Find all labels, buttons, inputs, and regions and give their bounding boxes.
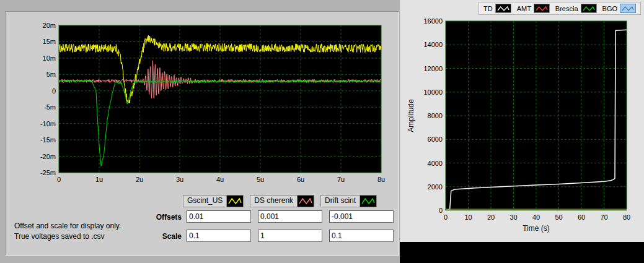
legend-item-ds-cherenk[interactable]: DS cherenk <box>250 195 314 207</box>
svg-text:6u: 6u <box>297 176 304 183</box>
svg-text:6000: 6000 <box>428 136 443 143</box>
svg-text:5u: 5u <box>257 176 264 183</box>
scale-input-2[interactable] <box>329 230 394 242</box>
svg-text:2000: 2000 <box>428 183 443 191</box>
waveform-panel: -25m-20m-15m-10m-5m05m10m15m20m01u2u3u4u… <box>5 11 399 256</box>
waveform-color-icon <box>359 196 376 207</box>
history-legend-item-bgo[interactable]: BGO <box>601 4 638 13</box>
offset-input-1[interactable] <box>258 210 322 223</box>
legend-item-label: Drift scint <box>321 196 359 207</box>
bottom-spacer <box>400 242 644 263</box>
svg-text:8000: 8000 <box>428 112 443 119</box>
svg-text:7u: 7u <box>337 176 345 183</box>
svg-text:40: 40 <box>532 213 540 221</box>
history-legend-label: TD <box>483 5 493 12</box>
svg-text:4000: 4000 <box>428 160 443 167</box>
svg-text:0: 0 <box>52 87 56 95</box>
svg-text:50: 50 <box>555 213 562 221</box>
svg-text:-20m: -20m <box>40 153 56 160</box>
note-line-1: Offset and scale for display only. <box>14 221 121 231</box>
plot-color-icon <box>620 4 636 13</box>
history-chart: 0200040006000800010000120001400016000010… <box>406 14 640 239</box>
history-legend-item-amt[interactable]: AMT <box>515 4 552 13</box>
svg-text:0: 0 <box>57 176 61 183</box>
history-legend-label: AMT <box>517 5 531 12</box>
svg-text:15m: 15m <box>43 38 56 45</box>
plot-color-icon <box>581 4 597 13</box>
svg-text:10000: 10000 <box>423 88 443 96</box>
svg-text:5m: 5m <box>46 71 56 78</box>
svg-text:Amplitude: Amplitude <box>407 99 415 132</box>
svg-text:1u: 1u <box>95 176 103 183</box>
svg-text:Time (s): Time (s) <box>523 224 550 233</box>
history-legend-label: BGO <box>602 5 617 12</box>
svg-text:10m: 10m <box>43 54 56 62</box>
svg-text:0: 0 <box>439 207 443 214</box>
svg-text:8u: 8u <box>377 176 385 183</box>
svg-text:-25m: -25m <box>40 169 56 176</box>
svg-text:70: 70 <box>600 213 607 221</box>
offsets-label: Offsets <box>138 213 182 222</box>
scale-inputs <box>187 230 394 242</box>
offsets-inputs <box>187 210 394 223</box>
svg-text:-10m: -10m <box>40 120 56 127</box>
legend-item-gscint-us[interactable]: Gscint_US <box>183 195 244 207</box>
scale-input-1[interactable] <box>258 230 322 242</box>
history-legend-item-td[interactable]: TD <box>482 4 513 13</box>
display-note: Offset and scale for display only. True … <box>14 221 121 242</box>
svg-text:2u: 2u <box>136 176 143 183</box>
plot-color-icon <box>534 4 550 13</box>
history-panel: TDAMTBresciaBGO 020004000600080001000012… <box>400 0 644 242</box>
offset-input-0[interactable] <box>187 210 251 223</box>
svg-text:0: 0 <box>444 213 448 221</box>
history-legend: TDAMTBresciaBGO <box>479 2 641 15</box>
history-legend-label: Brescia <box>555 5 578 12</box>
svg-text:-15m: -15m <box>40 136 56 144</box>
waveform-chart: -25m-20m-15m-10m-5m05m10m15m20m01u2u3u4u… <box>13 17 390 197</box>
svg-text:12000: 12000 <box>423 65 443 72</box>
waveform-color-icon <box>297 196 314 207</box>
svg-text:80: 80 <box>623 213 630 221</box>
svg-text:4u: 4u <box>216 176 224 183</box>
svg-text:10: 10 <box>464 213 472 221</box>
svg-text:-5m: -5m <box>44 103 56 111</box>
svg-text:60: 60 <box>578 213 585 221</box>
svg-text:16000: 16000 <box>423 17 443 25</box>
note-line-2: True voltages saved to .csv <box>14 231 121 242</box>
svg-text:20m: 20m <box>43 22 56 29</box>
svg-text:14000: 14000 <box>423 41 443 48</box>
history-legend-item-brescia[interactable]: Brescia <box>554 4 599 13</box>
scale-input-0[interactable] <box>187 230 251 242</box>
legend-item-drift-scint[interactable]: Drift scint <box>320 195 377 207</box>
waveform-legend: Gscint_USDS cherenkDrift scint <box>183 195 377 207</box>
legend-item-label: Gscint_US <box>183 196 226 207</box>
waveform-color-icon <box>226 196 243 207</box>
app-window: -25m-20m-15m-10m-5m05m10m15m20m01u2u3u4u… <box>0 0 644 263</box>
plot-color-icon <box>495 4 511 13</box>
legend-item-label: DS cherenk <box>250 196 297 207</box>
svg-text:20: 20 <box>487 213 495 221</box>
offset-input-2[interactable] <box>329 210 394 223</box>
svg-text:3u: 3u <box>176 176 183 183</box>
scale-label: Scale <box>138 232 182 241</box>
svg-text:30: 30 <box>509 213 517 221</box>
